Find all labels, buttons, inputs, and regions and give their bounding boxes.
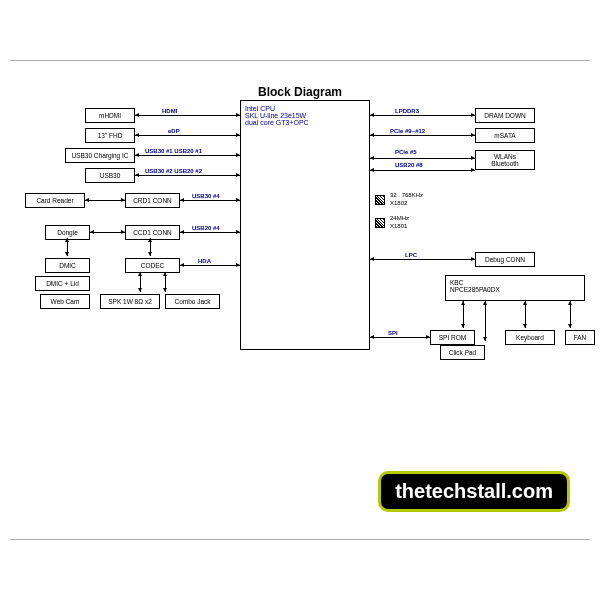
- arrow-cardreader: [85, 200, 125, 201]
- label-usb20-8: USB20 #8: [395, 162, 423, 168]
- block-dmic: DMIC: [45, 258, 90, 273]
- block-debug: Debug CONN: [475, 252, 535, 267]
- block-keyboard: Keyboard: [505, 330, 555, 345]
- block-mhdmi: mHDMI: [85, 108, 135, 123]
- block-kbc: KBC NPCE285PA0DX: [445, 275, 585, 301]
- arrow-lpc: [370, 259, 475, 260]
- block-ccd1: CCD1 CONN: [125, 225, 180, 240]
- cpu-line2: SKL U-line 23e15W: [245, 112, 365, 119]
- arrow-spi: [370, 337, 430, 338]
- crystal-2-ref: X1801: [390, 223, 407, 229]
- crystal-2-freq: 24MHz: [390, 215, 409, 221]
- varrow-kbc-clickpad: [485, 301, 486, 341]
- diagram-title: Block Diagram: [258, 85, 342, 99]
- varrow-codec-spk: [140, 272, 141, 292]
- block-webcam: Web Cam: [40, 294, 90, 309]
- label-edp: eDP: [168, 128, 180, 134]
- arrow-usb20-8: [370, 170, 475, 171]
- label-usb20-4: USB20 #4: [192, 225, 220, 231]
- varrow-dongle: [67, 238, 68, 256]
- cpu-block: Intel CPU SKL U-line 23e15W dual core GT…: [240, 100, 370, 350]
- arrow-dongle: [90, 232, 125, 233]
- arrow-hda: [180, 265, 240, 266]
- block-fhd: 13" FHD: [85, 128, 135, 143]
- block-usb30-charging: USB30 Charging IC: [65, 148, 135, 163]
- block-dmic-lid: DMIC + Lid: [35, 276, 90, 291]
- arrow-pcie5: [370, 158, 475, 159]
- arrow-usb30-1: [135, 155, 240, 156]
- label-usb30-4: USB30 #4: [192, 193, 220, 199]
- cpu-line3: dual core GT3+OPC: [245, 119, 365, 126]
- label-pcie5: PCIe #5: [395, 149, 417, 155]
- block-spi-rom: SPI ROM: [430, 330, 475, 345]
- label-usb30-1: USB30 #1 USB20 #1: [145, 148, 202, 154]
- block-usb30: USB30: [85, 168, 135, 183]
- arrow-edp: [135, 135, 240, 136]
- block-combo: Combo Jack: [165, 294, 220, 309]
- crystal-1-freq: 32 . 768KHz: [390, 192, 423, 198]
- cpu-line1: Intel CPU: [245, 105, 365, 112]
- arrow-usb20-4: [180, 232, 240, 233]
- block-spk: SPK 1W 8Ω x2: [100, 294, 160, 309]
- block-card-reader: Card Reader: [25, 193, 85, 208]
- block-clickpad: Click Pad: [440, 345, 485, 360]
- block-wlan: WLANs Bluetooth: [475, 150, 535, 170]
- block-codec: CODEC: [125, 258, 180, 273]
- label-lpc: LPC: [405, 252, 417, 258]
- varrow-kbc-fan: [570, 301, 571, 328]
- watermark-text: thetechstall.com: [395, 480, 553, 502]
- crystal-1-ref: X1802: [390, 200, 407, 206]
- varrow-ccd1-codec: [150, 238, 151, 256]
- crystal-1-icon: [375, 195, 385, 205]
- block-fan: FAN: [565, 330, 595, 345]
- block-crd1: CRD1 CONN: [125, 193, 180, 208]
- block-dram: DRAM DOWN: [475, 108, 535, 123]
- varrow-codec-combo: [165, 272, 166, 292]
- arrow-usb30-2: [135, 175, 240, 176]
- label-lpddr3: LPDDR3: [395, 108, 419, 114]
- block-msata: mSATA: [475, 128, 535, 143]
- varrow-kbc-keyboard: [525, 301, 526, 328]
- crystal-2-icon: [375, 218, 385, 228]
- label-hdmi: HDMI: [162, 108, 177, 114]
- label-pcie9-12: PCIe #9~#12: [390, 128, 425, 134]
- label-spi: SPI: [388, 330, 398, 336]
- label-hda: HDA: [198, 258, 211, 264]
- arrow-hdmi: [135, 115, 240, 116]
- arrow-pcie9-12: [370, 135, 475, 136]
- label-usb30-2: USB30 #2 USB20 #2: [145, 168, 202, 174]
- arrow-lpddr3: [370, 115, 475, 116]
- varrow-kbc-spi: [463, 301, 464, 328]
- arrow-usb30-4: [180, 200, 240, 201]
- watermark: thetechstall.com: [378, 471, 570, 512]
